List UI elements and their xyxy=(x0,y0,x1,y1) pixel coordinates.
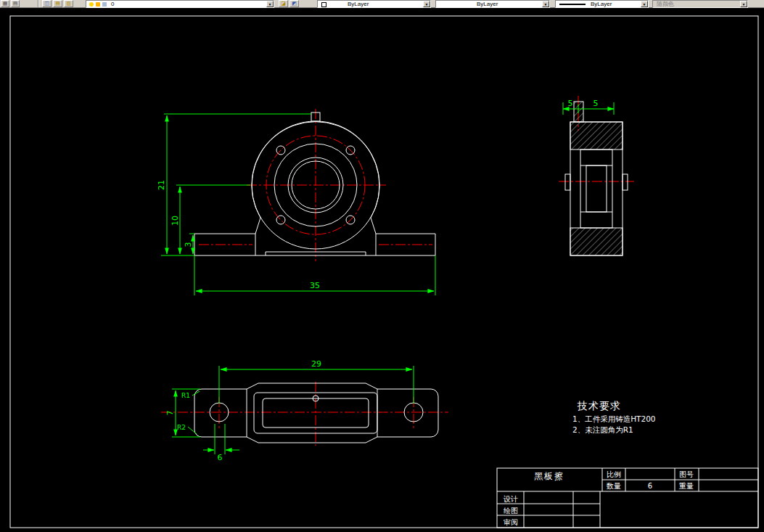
dim-base-height-label: 3 xyxy=(184,242,193,247)
toolbar-separator xyxy=(38,0,39,7)
quantity-label: 数量 xyxy=(606,482,621,490)
layer-on-icon xyxy=(89,2,94,7)
drawing-canvas[interactable]: 21 10 3 35 xyxy=(0,0,764,532)
make-layer-current-icon[interactable]: ◪ xyxy=(279,0,288,7)
chevron-down-icon[interactable]: ▼ xyxy=(740,1,747,7)
layer-filter-icon[interactable]: ▥ xyxy=(64,0,73,7)
dim-plate-depth-label: 7 xyxy=(165,411,175,416)
dim-fillet-outer-label: R1 xyxy=(181,392,190,399)
linetype-combo[interactable]: ByLayer ▼ xyxy=(435,0,550,8)
dim-hole-diameter-label: 6 xyxy=(218,453,223,462)
plot-style-combo[interactable]: 随颜色 ▼ xyxy=(652,0,748,8)
cad-window: 21 10 3 35 xyxy=(0,0,764,532)
scale-label: 比例 xyxy=(607,470,621,478)
dim-base-width-label: 35 xyxy=(310,281,320,290)
tech-requirements-item: 1、工件采用铸造HT200 xyxy=(572,414,656,423)
color-combo[interactable]: ByLayer ▼ xyxy=(317,0,431,8)
dim-hole-spacing-label: 29 xyxy=(311,359,321,369)
chevron-down-icon[interactable]: ▼ xyxy=(266,1,274,7)
color-swatch-icon xyxy=(321,2,326,7)
dim-center-height-label: 10 xyxy=(171,216,180,226)
quantity-value: 6 xyxy=(648,482,652,490)
lineweight-combo[interactable]: ByLayer ▼ xyxy=(555,0,649,8)
chevron-down-icon[interactable]: ▼ xyxy=(542,1,549,7)
layer-combo-value: 0 xyxy=(111,1,114,7)
dim-width-left-label: 5 xyxy=(568,99,573,108)
weight-label: 重量 xyxy=(678,482,694,490)
lineweight-combo-value: ByLayer xyxy=(591,1,612,7)
layer-states-icon[interactable]: ▤ xyxy=(53,0,62,7)
grid-snap-icon[interactable]: ▦ xyxy=(1,0,9,7)
dim-fillet-inner-label: R2 xyxy=(177,424,186,431)
chevron-down-icon[interactable]: ▼ xyxy=(423,1,430,7)
dim-width-right-label: 5 xyxy=(593,99,599,108)
layer-lock-icon xyxy=(102,2,107,7)
layer-combo[interactable]: 0 ▼ xyxy=(86,0,274,8)
tech-requirements-title: 技术要求 xyxy=(577,400,621,412)
plot-style-combo-value: 随颜色 xyxy=(657,1,674,7)
document-icon[interactable]: ▤ xyxy=(11,0,20,7)
layer-properties-icon[interactable]: ◫ xyxy=(42,0,52,7)
review-label: 审阅 xyxy=(504,518,518,526)
layer-previous-icon[interactable]: ◩ xyxy=(289,0,299,7)
chevron-down-icon[interactable]: ▼ xyxy=(641,1,648,7)
toolbar: ▦ ▤ ◫ ▤ ▥ 0 ▼ ◪ ◩ ByLayer ▼ ByLayer ▼ By… xyxy=(0,0,764,8)
part-name: 黑板擦 xyxy=(534,471,564,481)
design-label: 设计 xyxy=(503,495,518,503)
tech-requirements-item: 2、未注圆角为R1 xyxy=(572,425,633,434)
linetype-combo-value: ByLayer xyxy=(477,1,498,7)
dim-total-height-label: 21 xyxy=(157,180,166,190)
color-combo-value: ByLayer xyxy=(348,1,369,7)
lineweight-sample-icon xyxy=(559,4,586,5)
layer-thaw-icon xyxy=(96,2,100,7)
draft-label: 绘图 xyxy=(504,507,518,515)
drawing-no-label: 图号 xyxy=(679,470,694,478)
